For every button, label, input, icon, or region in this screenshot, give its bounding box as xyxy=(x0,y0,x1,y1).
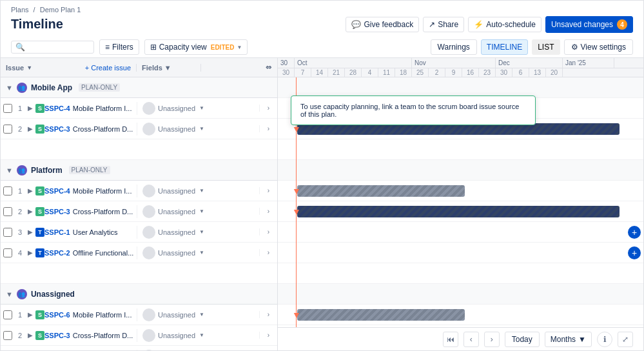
filters-button[interactable]: ≡ Filters xyxy=(99,39,139,55)
row-checkbox[interactable] xyxy=(3,248,12,257)
row-checkbox[interactable] xyxy=(3,125,12,134)
capacity-view-button[interactable]: ⊞ Capacity view EDITED ▼ xyxy=(144,39,248,55)
issue-key-link[interactable]: SSPC-4 xyxy=(44,105,70,112)
breadcrumb-plan[interactable]: Demo Plan 1 xyxy=(40,6,81,14)
issue-title: Mobile Platform I... xyxy=(73,311,134,319)
search-box[interactable]: 🔍 xyxy=(11,41,94,54)
row-checkbox[interactable] xyxy=(3,228,12,237)
assignee-dropdown-icon[interactable]: ▼ xyxy=(199,188,204,194)
row-nav-arrow[interactable]: › xyxy=(259,249,277,256)
issue-title: Cross-Platform D... xyxy=(73,332,134,339)
row-expand-icon[interactable]: ▶ xyxy=(25,105,35,112)
today-button[interactable]: Today xyxy=(505,332,540,347)
row-expand-icon[interactable]: ▶ xyxy=(25,228,35,236)
auto-schedule-button[interactable]: ⚡ Auto-schedule xyxy=(468,17,542,32)
info-button[interactable]: ℹ xyxy=(597,332,612,347)
view-settings-button[interactable]: ⚙ View settings xyxy=(564,39,633,55)
gantt-bar-striped[interactable] xyxy=(297,206,620,217)
give-feedback-button[interactable]: 💬 Give feedback xyxy=(346,17,419,32)
issue-key-link[interactable]: SSPC-6 xyxy=(44,311,70,319)
assignee-dropdown-icon[interactable]: ▼ xyxy=(199,126,204,132)
add-bar-button[interactable]: + xyxy=(628,246,641,259)
issue-key-link[interactable]: SSPC-1 xyxy=(44,228,70,236)
day-label: 30 xyxy=(278,68,295,77)
row-checkbox[interactable] xyxy=(3,207,12,216)
assignee-dropdown-icon[interactable]: ▼ xyxy=(199,208,204,214)
row-checkbox[interactable] xyxy=(3,186,12,196)
warnings-button[interactable]: Warnings xyxy=(431,39,477,55)
day-label: 21 xyxy=(328,68,345,77)
assignee-dropdown-icon[interactable]: ▼ xyxy=(199,105,204,111)
row-nav-arrow[interactable]: › xyxy=(259,125,277,132)
breadcrumb-plans[interactable]: Plans xyxy=(11,6,29,14)
edited-badge: EDITED xyxy=(211,44,235,51)
prev-button[interactable]: ‹ xyxy=(463,332,479,347)
months-select[interactable]: Months ▼ xyxy=(545,332,592,347)
issue-key-link[interactable]: SSPC-3 xyxy=(44,208,70,216)
share-button[interactable]: ↗ Share xyxy=(423,17,464,32)
row-checkbox[interactable] xyxy=(3,104,12,113)
collapse-platform-icon[interactable]: ▼ xyxy=(6,166,13,174)
row-expand-icon[interactable]: ▶ xyxy=(25,208,35,215)
group-unassigned[interactable]: ▼ 👥 Unassigned xyxy=(1,284,277,305)
assignee-dropdown-icon[interactable]: ▼ xyxy=(199,229,204,235)
row-expand-icon[interactable]: ▶ xyxy=(25,187,35,194)
timeline-spacer-row xyxy=(278,139,643,160)
row-expand-icon[interactable]: ▶ xyxy=(25,249,35,256)
day-label: 14 xyxy=(311,68,328,77)
row-nav-arrow[interactable]: › xyxy=(259,332,277,339)
collapse-mobile-app-icon[interactable]: ▼ xyxy=(6,84,13,92)
month-nov: Nov xyxy=(412,58,496,68)
page-title: Timeline xyxy=(11,17,63,32)
day-label: 7 xyxy=(295,68,311,77)
fields-button[interactable]: Fields ▼ xyxy=(142,64,171,72)
assignee-dropdown-icon[interactable]: ▼ xyxy=(199,312,204,317)
list-tab[interactable]: LIST xyxy=(532,39,560,55)
add-bar-button[interactable]: + xyxy=(628,226,641,239)
row-nav-arrow[interactable]: › xyxy=(259,208,277,215)
issue-title: Cross-Platform D... xyxy=(73,208,134,216)
row-nav-arrow[interactable]: › xyxy=(259,187,277,194)
timeline-group-row: Mobile Sprint Mobile Sprint Mobile Sprin… xyxy=(278,160,643,181)
table-row: 1 ▶ S SSPC-4 Mobile Platform I... Unassi… xyxy=(1,98,277,119)
row-checkbox[interactable] xyxy=(3,310,12,319)
create-issue-button[interactable]: + Create issue xyxy=(85,64,131,72)
month-oct: Oct xyxy=(295,58,412,68)
next-button[interactable]: › xyxy=(484,332,500,347)
day-label: 23 xyxy=(479,68,496,77)
issue-key-link[interactable]: SSPC-4 xyxy=(44,187,70,195)
row-expand-icon[interactable]: ▶ xyxy=(25,311,35,318)
issue-key-link[interactable]: SSPC-3 xyxy=(44,332,70,339)
group-mobile-app[interactable]: ▼ 👥 Mobile App PLAN-ONLY xyxy=(1,77,277,98)
months-chevron-icon: ▼ xyxy=(578,335,586,344)
group-platform[interactable]: ▼ 👥 Platform PLAN-ONLY xyxy=(1,160,277,181)
unsaved-changes-button[interactable]: Unsaved changes 4 xyxy=(545,16,633,33)
breadcrumb-separator: / xyxy=(34,6,35,14)
row-nav-arrow[interactable]: › xyxy=(259,311,277,318)
collapse-unassigned-icon[interactable]: ▼ xyxy=(6,290,13,298)
timeline-tab[interactable]: TIMELINE xyxy=(481,39,528,55)
row-nav-arrow[interactable]: › xyxy=(259,228,277,236)
first-page-button[interactable]: ⏮ xyxy=(443,332,458,347)
gantt-bar-gray[interactable] xyxy=(297,309,465,321)
bottom-bar: ⏮ ‹ › Today Months ▼ ℹ ⤢ xyxy=(278,327,643,350)
table-row: 4 ▶ T SSPC-2 Offline Functional... Unass… xyxy=(1,243,277,263)
row-checkbox[interactable] xyxy=(3,331,12,340)
table-row: 3 ▶ T SSPC-1 User Analytics Unassigned ▼… xyxy=(1,346,277,350)
table-row: 2 ▶ S SSPC-3 Cross-Platform D... Unassig… xyxy=(1,325,277,346)
assignee-dropdown-icon[interactable]: ▼ xyxy=(199,332,204,338)
fullscreen-button[interactable]: ⤢ xyxy=(618,332,633,347)
issue-key-link[interactable]: SSPC-2 xyxy=(44,249,70,257)
assignee-cell: Unassigned ▼ xyxy=(137,226,201,239)
row-expand-icon[interactable]: ▶ xyxy=(25,125,35,132)
issue-key-link[interactable]: SSPC-3 xyxy=(44,125,70,133)
assignee-dropdown-icon[interactable]: ▼ xyxy=(199,250,204,256)
day-label: 4 xyxy=(362,68,378,77)
row-expand-icon[interactable]: ▶ xyxy=(25,332,35,339)
search-input[interactable] xyxy=(25,43,90,52)
assignee-cell: Unassigned ▼ xyxy=(137,185,201,197)
day-label: 16 xyxy=(462,68,479,77)
table-row: 2 ▶ S SSPC-3 Cross-Platform D... Unassig… xyxy=(1,201,277,222)
gantt-bar-gray[interactable] xyxy=(297,185,465,197)
row-nav-arrow[interactable]: › xyxy=(259,105,277,112)
